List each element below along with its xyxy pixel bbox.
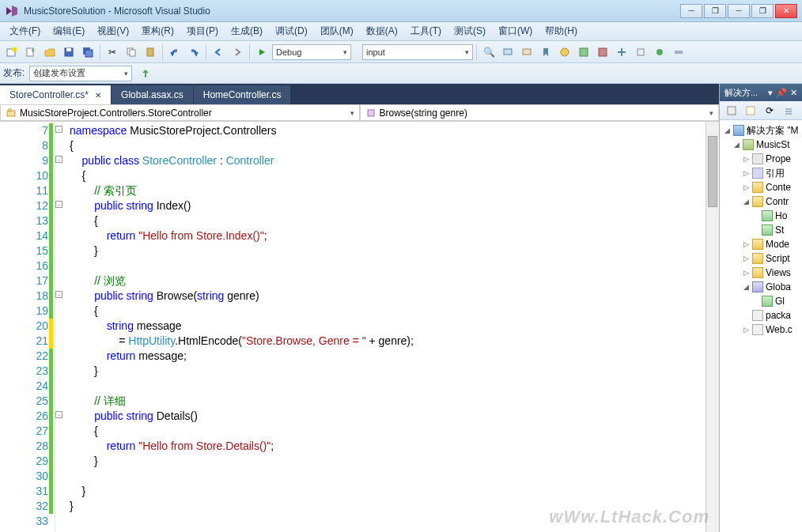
menu-item[interactable]: 团队(M) [314, 22, 360, 40]
menu-item[interactable]: 文件(F) [3, 22, 47, 40]
tree-node[interactable]: ◢Contr [720, 194, 802, 209]
panel-close-icon[interactable]: ✕ [790, 88, 797, 98]
tree-expander-icon[interactable]: ▷ [742, 155, 750, 163]
menu-item[interactable]: 编辑(E) [47, 22, 91, 40]
tree-expander-icon[interactable]: ▷ [742, 269, 750, 277]
tree-node[interactable]: ▷Prope [720, 152, 802, 166]
fold-toggle[interactable]: - [55, 201, 62, 208]
tree-expander-icon[interactable]: ▷ [742, 255, 750, 262]
tree-expander-icon[interactable]: ◢ [742, 283, 750, 291]
save-icon[interactable] [60, 43, 78, 61]
panel-title: 解决方... [724, 87, 758, 99]
nav-fwd-icon[interactable] [229, 43, 246, 61]
code-content[interactable]: namespace MusicStoreProject.Controllers{… [55, 122, 706, 532]
tree-node[interactable]: Gl [720, 294, 802, 308]
minimize-button[interactable]: ─ [680, 4, 702, 18]
tree-expander-icon[interactable]: ▷ [742, 326, 750, 334]
solution-explorer-toolbar: ⟳ [720, 101, 802, 120]
tree-expander-icon[interactable]: ▷ [742, 183, 750, 191]
panel-dropdown-icon[interactable]: ▾ [768, 88, 773, 98]
tb-icon-3[interactable] [594, 43, 611, 61]
tab-close-icon[interactable]: ✕ [95, 91, 101, 100]
save-all-icon[interactable] [79, 43, 96, 61]
menu-item[interactable]: 项目(P) [180, 22, 225, 40]
tb-icon-2[interactable] [575, 43, 592, 61]
collapse-icon[interactable] [780, 102, 797, 119]
menu-item[interactable]: 工具(T) [404, 22, 448, 40]
tree-node[interactable]: ▷Views [720, 266, 802, 280]
menu-item[interactable]: 重构(R) [135, 22, 180, 40]
menu-item[interactable]: 视图(V) [91, 22, 135, 40]
target-combo[interactable]: input [362, 44, 473, 60]
menu-item[interactable]: 窗口(W) [492, 22, 539, 40]
tree-node[interactable]: ◢解决方案 "M [720, 123, 802, 138]
menu-item[interactable]: 数据(A) [360, 22, 404, 40]
tree-node[interactable]: St [720, 223, 802, 237]
tree-node-icon [752, 310, 763, 321]
tree-expander-icon[interactable]: ◢ [723, 126, 731, 134]
solution-tree[interactable]: ◢解决方案 "M◢MusicSt▷Prope▷引用▷Conte◢ContrHoS… [720, 120, 802, 532]
member-selector[interactable]: Browse(string genre) [360, 104, 720, 121]
tree-node[interactable]: ◢MusicSt [720, 138, 802, 152]
publish-combo[interactable]: 创建发布设置 [29, 66, 132, 81]
document-tab[interactable]: Global.asax.cs [112, 85, 193, 104]
menu-item[interactable]: 帮助(H) [539, 22, 584, 40]
start-icon[interactable] [253, 43, 270, 61]
tb-icon-6[interactable] [651, 43, 668, 61]
open-icon[interactable] [41, 43, 59, 61]
new-project-icon[interactable] [3, 43, 21, 61]
document-tab[interactable]: HomeController.cs [194, 85, 291, 104]
show-all-icon[interactable] [742, 102, 759, 119]
tree-node[interactable]: ◢Globa [720, 280, 802, 294]
tree-node[interactable]: ▷引用 [720, 166, 802, 180]
class-selector[interactable]: MusicStoreProject.Controllers.StoreContr… [0, 104, 360, 121]
tree-node[interactable]: Ho [720, 209, 802, 223]
find-icon[interactable]: 🔍 [480, 43, 497, 61]
toolbar-separator [162, 44, 163, 60]
tree-node[interactable]: ▷Script [720, 251, 802, 266]
tb-icon-5[interactable] [632, 43, 649, 61]
vertical-scrollbar[interactable] [706, 122, 719, 532]
tree-expander-icon[interactable]: ◢ [732, 141, 740, 149]
tree-expander-icon[interactable]: ◢ [742, 198, 750, 206]
tree-node[interactable]: ▷Web.c [720, 323, 802, 337]
properties-icon[interactable] [723, 102, 740, 119]
refresh-icon[interactable]: ⟳ [761, 102, 778, 119]
scrollbar-thumb[interactable] [708, 136, 717, 207]
comment-icon[interactable] [499, 43, 516, 61]
mini-minimize-button[interactable]: ─ [728, 4, 750, 18]
tb-icon-1[interactable] [556, 43, 573, 61]
fold-toggle[interactable]: - [55, 411, 62, 418]
svg-rect-18 [675, 51, 683, 54]
paste-icon[interactable] [142, 43, 159, 61]
fold-toggle[interactable]: - [55, 126, 62, 133]
document-tab[interactable]: StoreController.cs*✕ [0, 85, 111, 104]
tree-node[interactable]: ▷Conte [720, 180, 802, 194]
tree-node[interactable]: packa [720, 308, 802, 323]
bookmark-icon[interactable] [537, 43, 554, 61]
menu-item[interactable]: 生成(B) [225, 22, 269, 40]
copy-icon[interactable] [123, 43, 140, 61]
mini-restore-button[interactable]: ❐ [751, 4, 774, 18]
close-button[interactable]: ✕ [775, 4, 797, 18]
code-editor[interactable]: 7-89-101112-131415161718-192021222324252… [0, 122, 719, 532]
restore-button[interactable]: ❐ [704, 4, 726, 18]
publish-icon[interactable] [137, 65, 154, 82]
fold-toggle[interactable]: - [55, 291, 62, 298]
fold-toggle[interactable]: - [55, 156, 62, 163]
menu-item[interactable]: 测试(S) [448, 22, 492, 40]
uncomment-icon[interactable] [518, 43, 535, 61]
tree-expander-icon[interactable]: ▷ [742, 240, 750, 248]
panel-pin-icon[interactable]: 📌 [776, 88, 787, 98]
tb-icon-7[interactable] [670, 43, 687, 61]
redo-icon[interactable] [185, 43, 202, 61]
menu-item[interactable]: 调试(D) [269, 22, 314, 40]
add-item-icon[interactable]: + [22, 43, 40, 61]
cut-icon[interactable]: ✂ [104, 43, 121, 61]
tb-icon-4[interactable] [613, 43, 630, 61]
nav-back-icon[interactable] [210, 43, 227, 61]
tree-node[interactable]: ▷Mode [720, 237, 802, 251]
config-combo[interactable]: Debug [272, 44, 351, 60]
undo-icon[interactable] [166, 43, 183, 61]
tree-expander-icon[interactable]: ▷ [742, 169, 750, 177]
